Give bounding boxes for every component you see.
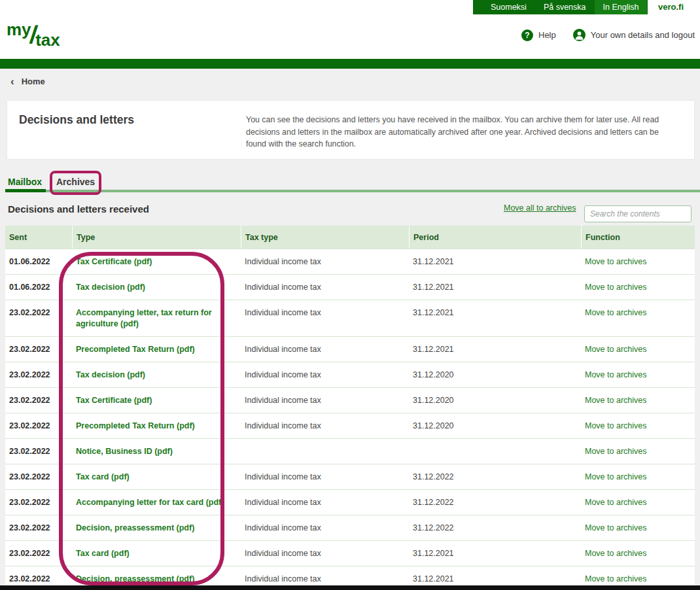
document-link[interactable]: Accompanying letter for tax card (pdf) [76, 498, 224, 507]
cell-period [409, 439, 581, 464]
cell-tax-type: Individual income tax [241, 300, 409, 336]
table-row: 01.06.2022 Tax decision (pdf) Individual… [5, 274, 695, 300]
account-button[interactable]: Your own details and logout [573, 29, 695, 41]
list-title: Decisions and letters received [8, 203, 149, 215]
document-link[interactable]: Tax Certificate (pdf) [76, 257, 152, 266]
document-link[interactable]: Tax Certificate (pdf) [76, 396, 152, 405]
move-to-archives-link[interactable]: Move to archives [585, 421, 646, 430]
cell-period: 31.12.2022 [409, 515, 581, 540]
document-link[interactable]: Tax decision (pdf) [76, 370, 145, 379]
move-to-archives-link[interactable]: Move to archives [585, 523, 646, 532]
document-link[interactable]: Tax decision (pdf) [76, 283, 145, 292]
move-to-archives-link[interactable]: Move to archives [585, 345, 646, 354]
cell-sent: 23.02.2022 [5, 464, 72, 489]
chevron-left-icon: ‹ [10, 77, 14, 86]
language-link-english[interactable]: In English [595, 0, 648, 14]
account-label: Your own details and logout [591, 30, 695, 40]
cell-tax-type [241, 439, 409, 464]
help-button[interactable]: ? Help [521, 29, 556, 41]
cell-tax-type: Individual income tax [241, 464, 409, 489]
document-link[interactable]: Tax card (pdf) [76, 549, 130, 558]
intro-card: Decisions and letters You can see the de… [7, 100, 695, 160]
table-row: 23.02.2022 Accompanying letter for tax c… [5, 489, 695, 515]
vero-fi-link[interactable]: vero.fi [658, 2, 684, 12]
language-bar: Suomeksi På svenska In English [473, 0, 648, 14]
cell-tax-type: Individual income tax [241, 275, 409, 300]
table-row: 23.02.2022 Tax decision (pdf) Individual… [5, 362, 695, 387]
cell-tax-type: Individual income tax [241, 249, 409, 274]
document-link[interactable]: Decision, preassessment (pdf) [76, 523, 194, 532]
cell-sent: 23.02.2022 [5, 300, 72, 336]
cell-sent: 23.02.2022 [5, 439, 72, 464]
move-to-archives-link[interactable]: Move to archives [585, 308, 646, 317]
cell-period: 31.12.2021 [409, 275, 581, 300]
cell-sent: 23.02.2022 [5, 362, 72, 387]
help-label: Help [538, 30, 556, 40]
move-to-archives-link[interactable]: Move to archives [585, 498, 646, 507]
table-row: 23.02.2022 Precompleted Tax Return (pdf)… [5, 336, 695, 362]
table-row: 23.02.2022 Decision, preassessment (pdf)… [5, 515, 695, 540]
document-link[interactable]: Decision, preassessment (pdf) [76, 574, 194, 583]
tab-archives[interactable]: Archives [56, 177, 95, 187]
green-divider-bar [0, 59, 700, 69]
tab-mailbox[interactable]: Mailbox [8, 177, 42, 187]
logo-text-my: my [7, 20, 31, 39]
column-header-type: Type [72, 226, 241, 249]
mytax-logo[interactable]: my/tax [7, 20, 60, 50]
breadcrumb-label: Home [22, 77, 45, 86]
cell-period: 31.12.2021 [409, 300, 581, 336]
page-description: You can see the decisions and letters yo… [246, 114, 679, 150]
language-link-finnish[interactable]: Suomeksi [482, 0, 535, 14]
table-row: 23.02.2022 Tax card (pdf) Individual inc… [5, 540, 695, 566]
cell-period: 31.12.2020 [409, 388, 581, 413]
cell-sent: 23.02.2022 [5, 388, 72, 413]
cell-sent: 23.02.2022 [5, 490, 72, 515]
document-link[interactable]: Precompleted Tax Return (pdf) [76, 421, 195, 430]
move-to-archives-link[interactable]: Move to archives [585, 574, 646, 583]
move-to-archives-link[interactable]: Move to archives [585, 549, 646, 558]
table-row: 23.02.2022 Tax Certificate (pdf) Individ… [5, 387, 695, 413]
cell-period: 31.12.2021 [409, 541, 581, 566]
header-actions: ? Help Your own details and logout [521, 29, 695, 41]
window-edge-bar [0, 585, 700, 590]
site-header: my/tax ? Help Your own details and logou… [0, 14, 700, 59]
move-to-archives-link[interactable]: Move to archives [585, 472, 646, 481]
table-row: 23.02.2022 Tax card (pdf) Individual inc… [5, 464, 695, 489]
move-to-archives-link[interactable]: Move to archives [585, 283, 646, 292]
table-row: 23.02.2022 Precompleted Tax Return (pdf)… [5, 413, 695, 438]
move-all-to-archives-link[interactable]: Move all to archives [504, 203, 576, 213]
document-link[interactable]: Accompanying letter, tax return for agri… [76, 308, 212, 328]
table-row: 23.02.2022 Accompanying letter, tax retu… [5, 300, 695, 336]
help-icon: ? [521, 29, 533, 41]
move-to-archives-link[interactable]: Move to archives [585, 370, 646, 379]
move-to-archives-link[interactable]: Move to archives [585, 257, 646, 266]
move-to-archives-link[interactable]: Move to archives [585, 447, 646, 456]
user-icon [573, 29, 586, 41]
cell-sent: 01.06.2022 [5, 275, 72, 300]
cell-sent: 23.02.2022 [5, 541, 72, 566]
cell-sent: 23.02.2022 [5, 515, 72, 540]
document-link[interactable]: Tax card (pdf) [76, 472, 130, 481]
move-to-archives-link[interactable]: Move to archives [585, 396, 646, 405]
document-link[interactable]: Precompleted Tax Return (pdf) [76, 345, 195, 354]
column-header-function: Function [581, 226, 695, 249]
logo-text-tax: tax [35, 30, 60, 50]
cell-period: 31.12.2021 [409, 337, 581, 362]
mytax-page: Suomeksi På svenska In English vero.fi m… [0, 0, 700, 590]
table-row: 23.02.2022 Notice, Business ID (pdf) Mov… [5, 438, 695, 464]
column-header-tax-type: Tax type [241, 226, 409, 249]
breadcrumb-home[interactable]: ‹ Home [10, 77, 45, 86]
search-input[interactable] [584, 205, 691, 222]
cell-sent: 01.06.2022 [5, 249, 72, 274]
cell-tax-type: Individual income tax [241, 490, 409, 515]
cell-tax-type: Individual income tax [241, 541, 409, 566]
decisions-table: Sent Type Tax type Period Function 01.06… [5, 226, 695, 590]
cell-tax-type: Individual income tax [241, 413, 409, 438]
table-header-row: Sent Type Tax type Period Function [5, 226, 695, 249]
cell-tax-type: Individual income tax [241, 362, 409, 387]
table-body: 01.06.2022 Tax Certificate (pdf) Individ… [5, 249, 695, 590]
cell-sent: 23.02.2022 [5, 413, 72, 438]
document-link[interactable]: Notice, Business ID (pdf) [76, 447, 173, 456]
cell-period: 31.12.2022 [409, 464, 581, 489]
language-link-swedish[interactable]: På svenska [535, 0, 595, 14]
